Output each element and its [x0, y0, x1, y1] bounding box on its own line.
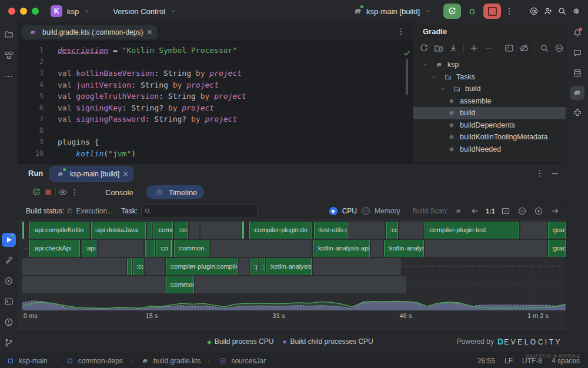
breadcrumb-item-ksp-main[interactable]: ksp-main [5, 355, 48, 367]
tool-stripe-db[interactable] [570, 66, 584, 80]
tool-stripe-terminal[interactable] [2, 295, 16, 309]
tool-stripe-elephant[interactable] [570, 86, 584, 100]
task-bar[interactable]: :compiler-plugin:compileKotl [166, 258, 238, 275]
status-widget[interactable]: UTF-8 [522, 357, 542, 365]
status-widget[interactable]: 4 spaces [552, 357, 580, 365]
fit-to-window-icon[interactable] [500, 205, 512, 217]
chevron-down-icon[interactable] [437, 83, 449, 95]
breadcrumb-item-sourcesJar[interactable]: sourcesJar [217, 355, 266, 367]
editor-options-icon[interactable] [395, 26, 407, 38]
minus-icon[interactable] [483, 42, 495, 54]
run-config-name[interactable]: ksp-main [build] [366, 7, 420, 16]
cpu-radio[interactable] [329, 207, 338, 215]
task-bar[interactable]: :common- [166, 276, 194, 293]
more-actions-icon[interactable] [503, 5, 515, 17]
plus-icon[interactable] [468, 42, 480, 54]
sync-icon[interactable] [418, 42, 430, 54]
tree-item-buildDependents[interactable]: buildDependents [413, 119, 566, 132]
vcs-widget[interactable]: Version Control [108, 5, 179, 17]
tool-stripe-folder[interactable] [2, 27, 16, 41]
zoom-reset-button[interactable]: 1:1 [486, 208, 495, 215]
filter-view-icon[interactable] [57, 186, 69, 198]
build-timeline-chart[interactable]: :api:compileKotlin:api:dokkaJava::comm:c… [18, 219, 566, 331]
tool-stripe-bell[interactable] [570, 26, 584, 40]
tree-item-Tasks[interactable]: Tasks [413, 71, 566, 83]
task-bar[interactable]: :comm [153, 222, 173, 239]
editor-tab[interactable]: build.gradle.kts (:common-deps) ✕ [22, 25, 157, 39]
chevron-down-icon[interactable] [428, 71, 440, 83]
task-bar[interactable]: :c [127, 258, 132, 275]
breadcrumb-item-build.gradle.kts[interactable]: build.gradle.kts [139, 355, 201, 367]
task-search-icon[interactable] [539, 42, 550, 54]
tab-console[interactable]: Console [97, 188, 142, 197]
execute-task-icon[interactable] [503, 42, 515, 54]
stop-button[interactable] [483, 4, 501, 19]
task-bar[interactable]: :kotlin-analysis-ap [266, 258, 312, 275]
task-bar[interactable]: :api:compileKotlin [29, 222, 89, 239]
status-widget[interactable]: LF [505, 357, 513, 365]
breadcrumb-item-common-deps[interactable]: common-deps [64, 355, 123, 367]
minimize-window-button[interactable] [20, 8, 27, 15]
task-bar[interactable]: :kotlin-analysis-api:c [313, 240, 370, 257]
tree-item-buildKotlinToolingMetadata[interactable]: buildKotlinToolingMetadata [413, 131, 566, 143]
gradle-settings-icon[interactable] [553, 42, 565, 54]
close-window-button[interactable] [8, 8, 15, 15]
task-bar[interactable]: :kotlin-analys [384, 240, 424, 257]
task-bar[interactable]: : [148, 222, 152, 239]
task-bar[interactable]: :c [145, 240, 149, 257]
task-bar[interactable]: :compiler-plugin:do [249, 222, 312, 239]
task-search-input[interactable] [141, 205, 258, 218]
run-options-icon[interactable] [534, 168, 546, 179]
tool-stripe-hammer[interactable] [2, 253, 16, 267]
task-bar[interactable]: :gradl [548, 240, 566, 257]
zoom-out-icon[interactable] [516, 205, 528, 217]
close-tab-icon[interactable]: ✕ [123, 170, 128, 178]
task-bar[interactable]: :test-utils:co [314, 222, 348, 239]
task-bar[interactable]: :co [156, 240, 169, 257]
zoom-in-icon[interactable] [533, 205, 544, 217]
status-widget[interactable]: 26:55 [477, 357, 495, 365]
tree-item-build[interactable]: build [413, 107, 566, 119]
scroll-left-icon[interactable] [469, 205, 481, 217]
tab-timeline[interactable]: Timeline [146, 185, 205, 199]
stop-build-icon[interactable] [42, 186, 54, 198]
project-widget[interactable]: K ksp [51, 5, 93, 17]
memory-radio[interactable] [362, 207, 370, 215]
tool-stripe-hexplay[interactable] [2, 274, 16, 288]
code-with-me-icon[interactable] [542, 5, 554, 17]
tool-stripe-puzzle[interactable] [570, 106, 584, 120]
chevron-down-icon[interactable] [419, 59, 431, 71]
task-bar[interactable]: :gr [250, 258, 258, 275]
task-bar[interactable]: :gradl [548, 222, 566, 239]
code-view[interactable]: 1description = "Kotlin Symbol Processor"… [18, 41, 413, 167]
download-icon[interactable] [447, 42, 459, 54]
search-everywhere-icon[interactable] [556, 5, 568, 17]
rerun-build-icon[interactable] [31, 186, 42, 198]
tool-stripe-play[interactable] [2, 233, 16, 247]
task-bar[interactable]: :c [151, 240, 155, 257]
settings-gear-icon[interactable] [570, 5, 582, 17]
tree-item-buildNeeded[interactable]: buildNeeded [413, 143, 566, 156]
task-bar[interactable]: :api:dokkaJava [91, 222, 146, 239]
maximize-window-button[interactable] [32, 8, 39, 15]
hide-panel-icon[interactable] [549, 168, 561, 179]
task-bar[interactable]: :compiler-plugin:test [425, 222, 519, 239]
task-bar[interactable]: :co [133, 258, 143, 275]
task-bar[interactable]: :api [82, 240, 96, 257]
tool-stripe-chat[interactable] [570, 46, 584, 60]
tool-stripe-git[interactable] [2, 336, 16, 350]
task-bar[interactable]: :api:checkApi [29, 240, 80, 257]
ai-assistant-icon[interactable] [528, 5, 540, 17]
task-bar[interactable]: :co [175, 222, 188, 239]
tree-item-ksp[interactable]: ksp [413, 59, 566, 71]
tool-stripe-structure[interactable] [2, 48, 16, 62]
tool-stripe-problems[interactable] [2, 315, 16, 329]
task-bar[interactable]: :common- [174, 240, 209, 257]
tool-stripe-more[interactable] [2, 69, 16, 83]
task-bar[interactable]: :co [386, 222, 398, 239]
run-button[interactable] [443, 4, 461, 19]
editor-area[interactable]: build.gradle.kts (:common-deps) ✕ 1descr… [18, 22, 413, 163]
tree-item-build[interactable]: build [413, 83, 566, 95]
scroll-right-icon[interactable] [549, 205, 561, 217]
offline-icon[interactable] [518, 42, 530, 54]
